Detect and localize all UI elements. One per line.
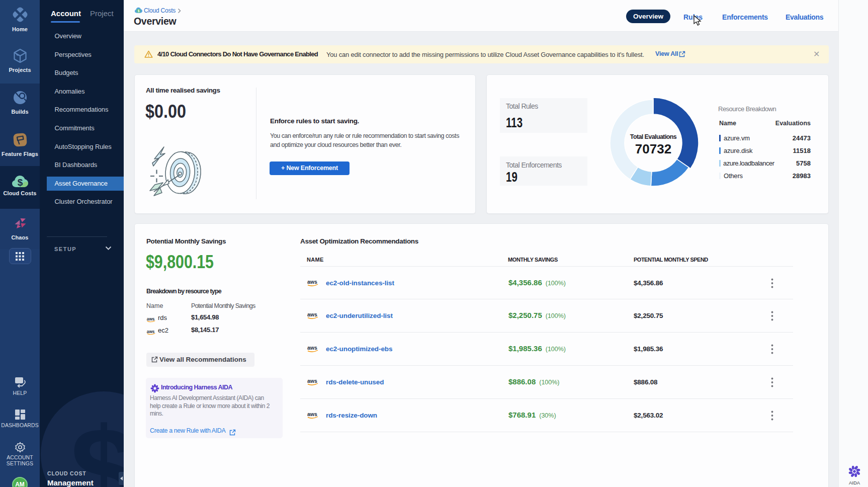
svg-text:aws: aws	[307, 411, 317, 417]
svg-text:aws: aws	[147, 330, 155, 334]
svg-text:$: $	[17, 177, 23, 188]
svg-text:aws: aws	[147, 317, 155, 321]
svg-text:aws: aws	[307, 311, 317, 317]
svg-text:?: ?	[18, 378, 21, 383]
svg-text:aws: aws	[307, 345, 317, 351]
svg-text:$: $	[138, 9, 140, 13]
svg-text:aws: aws	[307, 279, 317, 285]
svg-text:aws: aws	[307, 378, 317, 384]
